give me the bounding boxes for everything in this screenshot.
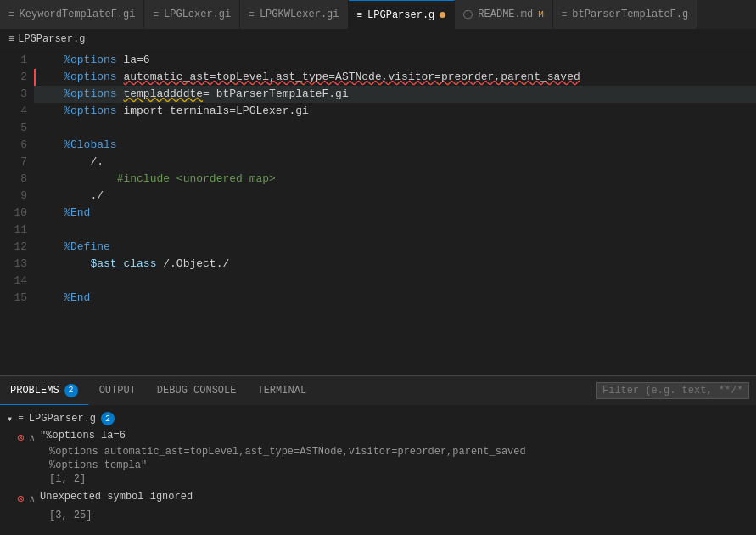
code-line-9: ./ <box>34 188 756 205</box>
tab-lpgparser-icon: ≡ <box>357 10 363 20</box>
panel-tab-debug[interactable]: DEBUG CONSOLE <box>147 376 248 405</box>
problem-error-1[interactable]: ⊗ ∧ "%options la=6 <box>0 428 756 445</box>
problems-badge: 2 <box>64 384 78 397</box>
tab-btparser[interactable]: ≡ btParserTemplateF.g <box>553 0 697 29</box>
error-1-location: [1, 2] <box>0 472 756 487</box>
problem-group-lpgparser[interactable]: ▾ ≡ LPGParser.g 2 <box>0 409 756 428</box>
editor-area: 1 2 3 4 5 6 7 8 9 10 11 12 13 14 15 %opt… <box>0 48 756 375</box>
group-file-icon: ≡ <box>18 414 24 424</box>
tab-keyword-label: KeywordTemplateF.gi <box>20 8 136 20</box>
error-2-icon: ⊗ <box>17 492 24 506</box>
error-1-sub-2: %options templa" <box>0 459 756 472</box>
tab-lpgkwlexer[interactable]: ≡ LPGKWLexer.gi <box>240 0 348 29</box>
filter-input[interactable] <box>596 382 749 399</box>
code-line-3: %options templaddddte= btParserTemplateF… <box>34 86 756 103</box>
breadcrumb-icon: ≡ <box>8 33 14 45</box>
panel-tab-problems-label: PROBLEMS <box>10 385 59 397</box>
panel-tab-output[interactable]: OUTPUT <box>89 376 147 405</box>
panel-tab-terminal[interactable]: TERMINAL <box>247 376 317 405</box>
panel-tab-debug-label: DEBUG CONSOLE <box>157 385 237 397</box>
tab-lpgkwlexer-icon: ≡ <box>249 9 255 20</box>
error-1-summary: "%options la=6 <box>40 430 126 442</box>
code-line-4: %options import_terminals=LPGLexer.gi <box>34 103 756 120</box>
problem-error-2[interactable]: ⊗ ∧ Unexpected symbol ignored <box>0 487 756 506</box>
tab-lpgparser[interactable]: ≡ LPGParser.g <box>349 0 456 29</box>
code-line-13: $ast_class /.Object./ <box>34 256 756 273</box>
tab-lpglexer-icon: ≡ <box>153 9 159 20</box>
tab-readme[interactable]: ⓘ README.md M <box>455 0 552 29</box>
error-2-summary: Unexpected symbol ignored <box>40 491 193 503</box>
tab-keyword-icon: ≡ <box>8 9 14 20</box>
code-line-7: /. <box>34 154 756 171</box>
error-1-sub-1: %options automatic_ast=topLevel,ast_type… <box>0 445 756 459</box>
code-line-15: %End <box>34 290 756 307</box>
error-1-expand-icon: ∧ <box>29 432 35 443</box>
problems-content: ▾ ≡ LPGParser.g 2 ⊗ ∧ "%options la=6 %op… <box>0 406 756 535</box>
group-collapse-icon: ▾ <box>7 413 13 425</box>
tab-lpglexer-label: LPGLexer.gi <box>164 8 231 20</box>
code-line-12: %Define <box>34 239 756 256</box>
tab-lpgparser-label: LPGParser.g <box>367 9 434 21</box>
tab-readme-icon: ⓘ <box>463 8 473 21</box>
panel-tab-problems[interactable]: PROBLEMS 2 <box>0 376 89 405</box>
code-line-10: %End <box>34 205 756 222</box>
panel-tab-bar: PROBLEMS 2 OUTPUT DEBUG CONSOLE TERMINAL <box>0 376 756 406</box>
tab-lpgparser-modified-dot <box>440 12 445 18</box>
code-line-8: #include <unordered_map> <box>34 171 756 188</box>
tab-readme-modified: M <box>538 9 544 20</box>
error-1-icon: ⊗ <box>17 431 24 445</box>
tab-lpgkwlexer-label: LPGKWLexer.gi <box>260 8 339 20</box>
code-line-5 <box>34 120 756 137</box>
tab-lpglexer[interactable]: ≡ LPGLexer.gi <box>144 0 240 29</box>
tab-readme-label: README.md <box>478 8 533 20</box>
line-numbers: 1 2 3 4 5 6 7 8 9 10 11 12 13 14 15 <box>0 48 34 375</box>
code-line-11 <box>34 222 756 239</box>
code-line-14 <box>34 273 756 290</box>
breadcrumb-label: LPGParser.g <box>18 33 85 45</box>
code-line-1: %options la=6 <box>34 52 756 69</box>
panel-tab-output-label: OUTPUT <box>99 385 136 397</box>
group-badge: 2 <box>101 412 115 425</box>
bottom-panel: PROBLEMS 2 OUTPUT DEBUG CONSOLE TERMINAL… <box>0 375 756 535</box>
tab-keyword[interactable]: ≡ KeywordTemplateF.gi <box>0 0 144 29</box>
panel-tab-terminal-label: TERMINAL <box>257 385 306 397</box>
panel-filter-area <box>590 376 756 405</box>
error-2-location: [3, 25] <box>0 506 756 524</box>
tab-btparser-label: btParserTemplateF.g <box>572 8 688 20</box>
error-2-expand-icon: ∧ <box>29 493 35 504</box>
code-line-6: %Globals <box>34 137 756 154</box>
code-editor[interactable]: %options la=6 %options automatic_ast=top… <box>34 48 756 375</box>
tab-bar: ≡ KeywordTemplateF.gi ≡ LPGLexer.gi ≡ LP… <box>0 0 756 30</box>
group-filename: LPGParser.g <box>29 413 96 425</box>
tab-btparser-icon: ≡ <box>562 9 568 20</box>
code-line-2: %options automatic_ast=topLevel,ast_type… <box>34 69 756 86</box>
breadcrumb: ≡ LPGParser.g <box>0 30 756 48</box>
